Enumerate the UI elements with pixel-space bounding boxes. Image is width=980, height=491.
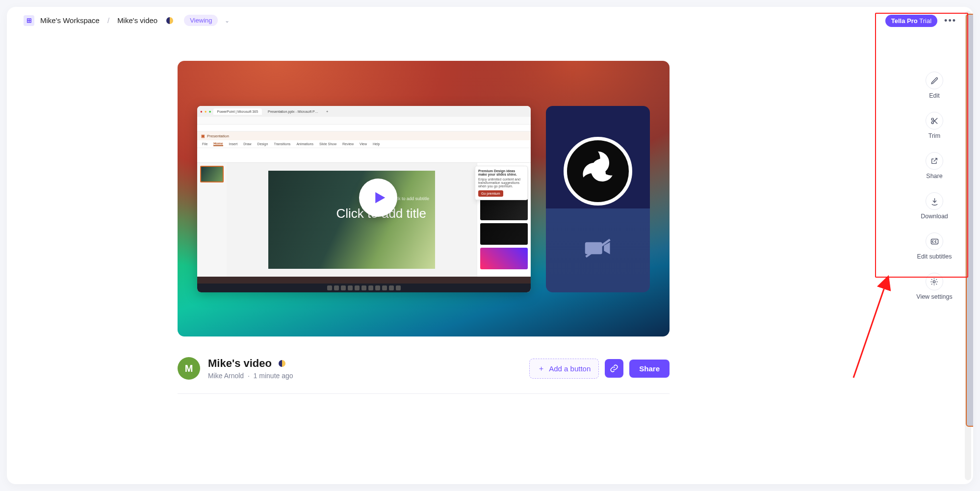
- breadcrumb-workspace[interactable]: Mike's Workspace: [40, 16, 100, 25]
- camera-panel: [546, 106, 650, 292]
- camera-off-icon: [584, 237, 612, 259]
- pencil-icon: [930, 77, 939, 85]
- breadcrumb-video[interactable]: Mike's video: [117, 16, 157, 25]
- video-player[interactable]: ●●● PowerPoint | Microsoft 365 Presentat…: [178, 61, 670, 336]
- slide-thumbnail: [200, 166, 224, 182]
- video-title[interactable]: Mike's video: [208, 357, 272, 370]
- video-meta-row: M Mike's video Mike Arnold · 1 minute ag…: [178, 344, 670, 380]
- sidebar-item-share[interactable]: Share: [926, 152, 943, 180]
- workspace-icon[interactable]: ⊞: [24, 15, 34, 26]
- cc-icon: [930, 238, 939, 245]
- slide-canvas: Click to add subtitle Click to add title: [227, 163, 477, 277]
- sidebar-item-label: Trim: [928, 132, 941, 139]
- powerpoint-status-bar: [197, 277, 531, 284]
- browser-tab-inactive: Presentation.pptx - Microsoft P…: [264, 108, 322, 115]
- gear-icon: [930, 278, 938, 286]
- video-timestamp: 1 minute ago: [254, 372, 293, 380]
- chevron-down-icon[interactable]: ⌄: [225, 17, 230, 24]
- sidebar-item-label: Edit subtitles: [917, 253, 952, 260]
- ribbon-toolbar: [197, 148, 531, 163]
- slide-thumbnail-rail: [197, 163, 227, 277]
- breadcrumb-separator: /: [105, 16, 111, 25]
- popup-body: Enjoy unlimited content and transformati…: [478, 178, 524, 188]
- sidebar-item-view-settings[interactable]: View settings: [916, 273, 952, 300]
- popup-heading: Premium Design ideas make your slides sh…: [478, 169, 517, 176]
- windows-taskbar: [197, 284, 531, 292]
- svg-point-2: [931, 121, 933, 123]
- add-a-button[interactable]: ＋ Add a button: [529, 359, 599, 379]
- plus-icon: ＋: [538, 364, 545, 373]
- divider: [178, 393, 670, 394]
- svg-point-4: [933, 281, 936, 283]
- ribbon-tabs: File Home Insert Draw Design Transitions…: [197, 140, 531, 148]
- share-icon: [930, 157, 938, 165]
- share-button[interactable]: Share: [629, 360, 670, 378]
- design-idea: [480, 199, 528, 220]
- right-sidebar: Edit Trim Share Download Edit subtitles …: [907, 72, 961, 300]
- badge-trial: Trial: [919, 17, 931, 25]
- sidebar-item-download[interactable]: Download: [921, 192, 948, 220]
- badge-app: Tella Pro: [891, 17, 918, 25]
- video-status-dot: [279, 360, 285, 367]
- design-idea: [480, 223, 528, 245]
- obs-logo-icon: [564, 137, 632, 206]
- scissors-icon: [930, 117, 939, 125]
- scrollbar-thumb[interactable]: [966, 14, 973, 427]
- browser-tab-active: PowerPoint | Microsoft 365: [213, 108, 262, 115]
- sidebar-item-label: Download: [921, 213, 948, 220]
- more-menu-button[interactable]: •••: [944, 16, 956, 26]
- mode-pill[interactable]: Viewing: [184, 15, 218, 26]
- video-status-dot: [166, 17, 173, 24]
- designer-pane: Designer Premium Design ideas make your …: [477, 163, 531, 277]
- premium-popup: Premium Design ideas make your slides sh…: [475, 166, 528, 200]
- slide-title-placeholder: Click to add title: [292, 206, 426, 221]
- design-idea: [480, 248, 528, 269]
- svg-point-1: [931, 118, 933, 120]
- browser-bookmarks-bar: [197, 125, 531, 131]
- pro-trial-badge[interactable]: Tella Pro Trial: [885, 15, 937, 27]
- topbar: ⊞ Mike's Workspace / Mike's video Viewin…: [7, 7, 973, 34]
- play-icon: [372, 190, 387, 205]
- scrollbar[interactable]: [965, 11, 971, 480]
- download-icon: [930, 197, 939, 206]
- sidebar-item-label: Edit: [929, 92, 940, 99]
- avatar[interactable]: M: [178, 357, 200, 380]
- sidebar-item-edit[interactable]: Edit: [926, 72, 943, 99]
- play-button[interactable]: [359, 179, 397, 217]
- topbar-right: Tella Pro Trial •••: [885, 15, 956, 27]
- sidebar-item-label: Share: [926, 173, 942, 180]
- browser-address-bar: [197, 117, 531, 125]
- powerpoint-titlebar: ▣ Presentation: [197, 131, 531, 140]
- copy-link-button[interactable]: [605, 359, 623, 378]
- video-author[interactable]: Mike Arnold: [208, 372, 244, 380]
- sidebar-item-trim[interactable]: Trim: [926, 112, 943, 139]
- go-premium-button: Go premium: [478, 190, 503, 197]
- link-icon: [610, 364, 619, 373]
- sidebar-item-label: View settings: [916, 293, 952, 300]
- sidebar-item-subtitles[interactable]: Edit subtitles: [917, 233, 952, 260]
- browser-tabs: ●●● PowerPoint | Microsoft 365 Presentat…: [197, 106, 531, 117]
- add-button-label: Add a button: [549, 364, 591, 373]
